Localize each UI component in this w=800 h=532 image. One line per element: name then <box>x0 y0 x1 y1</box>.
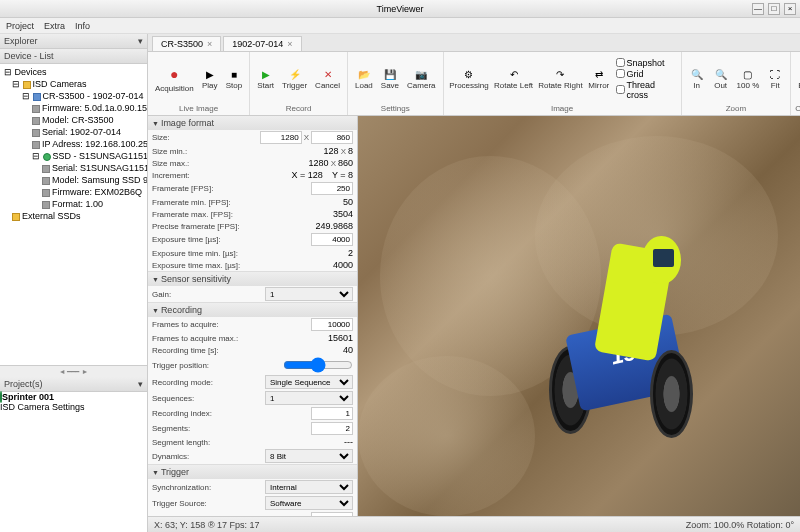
tree-ssd-format[interactable]: Format: 1.00 <box>2 198 145 210</box>
execute-button[interactable]: ▶Execute <box>795 65 800 92</box>
save-button[interactable]: 💾Save <box>378 65 402 92</box>
dynamics-select[interactable]: 8 Bit <box>265 449 353 463</box>
gain-select[interactable]: 1 <box>265 287 353 301</box>
sync-select[interactable]: Internal <box>265 480 353 494</box>
zoom-in-icon: 🔍 <box>690 67 704 81</box>
exposure-input[interactable] <box>311 233 353 246</box>
size-w-input[interactable] <box>260 131 302 144</box>
tree-cameras[interactable]: ⊟ ISD Cameras <box>2 78 145 90</box>
segments-input[interactable] <box>311 422 353 435</box>
minimize-button[interactable]: — <box>752 3 764 15</box>
fps-input[interactable] <box>311 182 353 195</box>
processing-icon: ⚙ <box>462 67 476 81</box>
cancel-button[interactable]: ✕Cancel <box>312 65 343 92</box>
play-button[interactable]: ▶Play <box>199 65 221 92</box>
mirror-icon: ⇄ <box>592 67 606 81</box>
statusbar: X: 63; Y: 158 ® 17 Fps: 17 Zoom: 100.0% … <box>148 516 800 532</box>
play-icon: ▶ <box>203 67 217 81</box>
menu-project[interactable]: Project <box>6 21 34 31</box>
rotate-right-button[interactable]: ↷Rotate Right <box>537 65 584 92</box>
property-icon <box>32 141 40 149</box>
tab-camera[interactable]: CR-S3500× <box>152 36 221 51</box>
section-recording[interactable]: Recording <box>148 303 357 317</box>
recidx-input[interactable] <box>311 407 353 420</box>
trigsrc-select[interactable]: Software <box>265 496 353 510</box>
section-sensor[interactable]: Sensor sensitivity <box>148 272 357 286</box>
titlebar: TimeViewer — □ × <box>0 0 800 18</box>
explorer-header: Explorer▾ <box>0 34 147 49</box>
camera-icon: 📷 <box>414 67 428 81</box>
property-icon <box>42 177 50 185</box>
start-button[interactable]: ▶Start <box>254 65 277 92</box>
menu-info[interactable]: Info <box>75 21 90 31</box>
status-right: Zoom: 100.0% Rotation: 0° <box>686 520 794 530</box>
load-icon: 📂 <box>357 67 371 81</box>
cancel-icon: ✕ <box>321 67 335 81</box>
rider-graphic: 15 <box>557 236 712 456</box>
maximize-button[interactable]: □ <box>768 3 780 15</box>
sequences-select[interactable]: 1 <box>265 391 353 405</box>
close-icon[interactable]: × <box>207 39 212 49</box>
zoom-in-button[interactable]: 🔍In <box>686 65 708 92</box>
section-trigger[interactable]: Trigger <box>148 465 357 479</box>
project-item[interactable]: ISD Camera Settings <box>0 402 147 412</box>
thread-check[interactable]: Thread cross <box>616 80 675 100</box>
project-item[interactable]: Sprinter 001 <box>0 392 147 402</box>
device-tree[interactable]: ⊟ Devices ⊟ ISD Cameras ⊟ CR-S3500 - 190… <box>0 64 147 365</box>
load-button[interactable]: 📂Load <box>352 65 376 92</box>
preview-viewport[interactable]: 15 <box>358 116 800 516</box>
tree-camera[interactable]: ⊟ CR-S3500 - 1902-07-014 <box>2 90 145 102</box>
snapshot-check[interactable]: Snapshot <box>616 58 675 68</box>
mirror-button[interactable]: ⇄Mirror <box>586 65 611 92</box>
properties-panel[interactable]: Image format Size:X Size min.:128X8 Size… <box>148 116 358 516</box>
tab-serial[interactable]: 1902-07-014× <box>223 36 301 51</box>
tree-ext-ssds[interactable]: External SSDs <box>2 210 145 222</box>
stop-button[interactable]: ■Stop <box>223 65 245 92</box>
frames-input[interactable] <box>311 318 353 331</box>
tree-fw[interactable]: Firmware: 5.0d.1a.0.90.15-51 <box>2 102 145 114</box>
rotate-left-button[interactable]: ↶Rotate Left <box>492 65 534 92</box>
close-icon[interactable]: × <box>287 39 292 49</box>
tree-ssd[interactable]: ⊟ SSD - S1SUNSAG115158E <box>2 150 145 162</box>
trigger-icon: ⚡ <box>288 67 302 81</box>
trigger-pos-slider[interactable] <box>283 357 353 373</box>
camera-button[interactable]: 📷Camera <box>404 65 438 92</box>
stop-icon: ■ <box>227 67 241 81</box>
tree-serial[interactable]: Serial: 1902-07-014 <box>2 126 145 138</box>
zoom-out-button[interactable]: 🔍Out <box>710 65 732 92</box>
group-label: Settings <box>352 103 438 113</box>
tree-ip[interactable]: IP Adress: 192.168.100.254 <box>2 138 145 150</box>
group-label: Image <box>448 103 677 113</box>
window-title: TimeViewer <box>376 4 423 14</box>
ssd-icon <box>43 153 51 161</box>
record-icon: ● <box>164 64 184 84</box>
menu-extra[interactable]: Extra <box>44 21 65 31</box>
grid-check[interactable]: Grid <box>616 69 675 79</box>
trigger-button[interactable]: ⚡Trigger <box>279 65 310 92</box>
tree-ssd-model[interactable]: Model: Samsung SSD 950 PRO 256GB <box>2 174 145 186</box>
recmode-select[interactable]: Single Sequence <box>265 375 353 389</box>
property-icon <box>32 129 40 137</box>
zoom-100-button[interactable]: ▢100 % <box>734 65 763 92</box>
tree-ssd-serial[interactable]: Serial: S1SUNSAG115158E <box>2 162 145 174</box>
start-icon: ▶ <box>259 67 273 81</box>
tree-ssd-fw[interactable]: Firmware: EXM02B6Q <box>2 186 145 198</box>
tree-model[interactable]: Model: CR-S3500 <box>2 114 145 126</box>
property-icon <box>32 105 40 113</box>
section-image-format[interactable]: Image format <box>148 116 357 130</box>
processing-button[interactable]: ⚙Processing <box>448 65 491 92</box>
zoom-fit-button[interactable]: ⛶Fit <box>764 65 786 92</box>
size-h-input[interactable] <box>311 131 353 144</box>
panel-pin-icon[interactable]: ▾ <box>138 379 143 389</box>
group-label: Record <box>254 103 343 113</box>
panel-pin-icon[interactable]: ▾ <box>138 36 143 46</box>
rotate-left-icon: ↶ <box>507 67 521 81</box>
acquisition-button[interactable]: ●Acquisition <box>152 62 197 95</box>
close-button[interactable]: × <box>784 3 796 15</box>
property-icon <box>42 201 50 209</box>
tree-scrollbar[interactable]: ◄ ━━━ ► <box>0 365 147 377</box>
device-list-header[interactable]: Device - List <box>0 49 147 64</box>
status-left: X: 63; Y: 158 ® 17 Fps: 17 <box>154 520 260 530</box>
tree-root[interactable]: ⊟ Devices <box>2 66 145 78</box>
projects-list[interactable]: Sprinter 001 ISD Camera Settings <box>0 392 147 532</box>
